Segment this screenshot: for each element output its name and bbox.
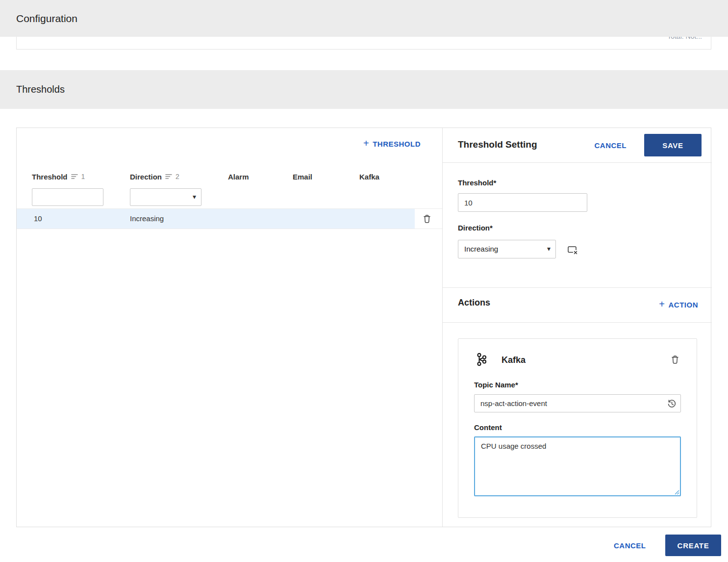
column-label: Kafka: [359, 173, 379, 181]
column-label: Email: [293, 173, 312, 181]
column-header-kafka[interactable]: Kafka: [359, 167, 379, 186]
delete-threshold-button[interactable]: [421, 212, 433, 225]
threshold-table-row[interactable]: 10 Increasing: [17, 209, 442, 229]
delete-action-button[interactable]: [668, 353, 682, 366]
trash-icon: [671, 355, 679, 364]
column-label: Alarm: [228, 173, 249, 181]
threshold-field-label: Threshold*: [458, 179, 496, 187]
divider: [443, 162, 712, 163]
clear-selection-icon: [567, 244, 578, 255]
add-threshold-label: THRESHOLD: [373, 140, 421, 148]
sort-icon: [165, 174, 172, 179]
selected-row-highlight: [17, 209, 415, 229]
save-button[interactable]: SAVE: [644, 134, 702, 156]
content-field: CPU usage crossed: [474, 436, 681, 496]
create-button[interactable]: CREATE: [665, 535, 721, 556]
sort-order: 1: [81, 173, 85, 180]
section-title: Thresholds: [16, 70, 65, 109]
clear-selection-button[interactable]: [566, 244, 579, 255]
restore-default-button[interactable]: [666, 398, 677, 409]
column-label: Threshold: [32, 173, 68, 181]
column-header-direction[interactable]: Direction 2: [130, 167, 179, 186]
topic-name-field: [474, 394, 681, 412]
threshold-setting-title: Threshold Setting: [458, 139, 537, 150]
cancel-button[interactable]: CANCEL: [595, 141, 627, 150]
add-action-label: ACTION: [669, 301, 699, 309]
add-action-button[interactable]: + ACTION: [659, 300, 698, 309]
plus-icon: +: [363, 138, 369, 148]
previous-section-remnant: Total: Not...: [16, 37, 711, 50]
page-title: Configuration: [16, 0, 77, 37]
direction-select[interactable]: Increasing ▾: [458, 240, 556, 258]
configuration-page: Configuration Total: Not... Thresholds +…: [0, 0, 728, 562]
content-textarea[interactable]: CPU usage crossed: [474, 436, 681, 496]
kafka-icon: [475, 353, 488, 367]
direction-field-label: Direction*: [458, 224, 493, 232]
topic-name-input[interactable]: [474, 394, 681, 412]
add-threshold-button[interactable]: + THRESHOLD: [363, 139, 421, 149]
cell-direction: Increasing: [130, 209, 164, 229]
threshold-setting-region: Threshold Setting CANCEL SAVE Threshold*…: [442, 128, 712, 527]
column-header-email[interactable]: Email: [293, 167, 312, 186]
total-count-text: Total: Not...: [667, 37, 702, 40]
content-label: Content: [474, 423, 502, 432]
topic-name-label: Topic Name*: [474, 381, 518, 389]
plus-icon: +: [659, 299, 665, 309]
table-filter-row: ▾: [17, 186, 442, 209]
actions-section-title: Actions: [458, 298, 490, 308]
direction-select-value: Increasing: [464, 240, 498, 258]
caret-down-icon: ▾: [547, 245, 551, 253]
column-header-threshold[interactable]: Threshold 1: [32, 167, 85, 186]
thresholds-section-header: Thresholds: [0, 70, 728, 109]
threshold-input[interactable]: [458, 193, 587, 212]
threshold-filter-input[interactable]: [32, 188, 103, 206]
caret-down-icon: ▾: [193, 193, 196, 201]
threshold-table-region: + THRESHOLD Threshold 1 Direction: [17, 128, 442, 527]
divider: [443, 287, 712, 288]
direction-filter-select[interactable]: ▾: [130, 188, 201, 206]
thresholds-panel: + THRESHOLD Threshold 1 Direction: [16, 128, 711, 527]
history-icon: [667, 399, 677, 409]
threshold-setting-header: Threshold Setting CANCEL SAVE: [443, 128, 712, 162]
column-header-alarm[interactable]: Alarm: [228, 167, 249, 186]
footer-cancel-button[interactable]: CANCEL: [614, 541, 646, 550]
kafka-card-title: Kafka: [502, 355, 526, 365]
kafka-action-card: Kafka Topic Name*: [458, 338, 697, 518]
sort-order: 2: [176, 173, 179, 180]
sort-icon: [71, 174, 78, 179]
threshold-table-header: Threshold 1 Direction 2: [17, 167, 442, 186]
page-header: Configuration: [0, 0, 728, 37]
column-label: Direction: [130, 173, 162, 181]
trash-icon: [423, 214, 431, 223]
divider: [443, 322, 712, 323]
cell-threshold: 10: [34, 209, 42, 229]
